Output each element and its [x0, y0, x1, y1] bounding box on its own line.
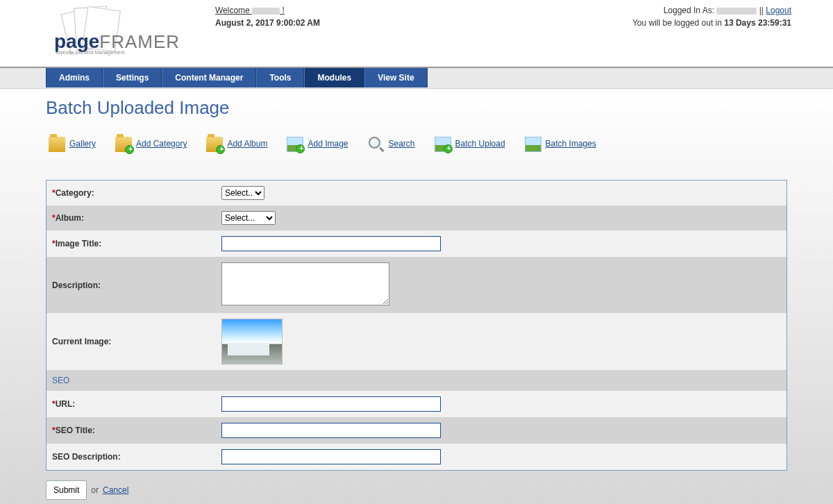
subnav-item-search[interactable]: Search: [368, 136, 415, 151]
login-separator: ||: [757, 6, 766, 15]
navbar-strip: Admins Settings Content Manager Tools Mo…: [0, 68, 833, 89]
subnav-item-gallery[interactable]: Gallery: [49, 135, 96, 152]
label-current-image: Current Image:: [47, 313, 216, 370]
header-datetime: August 2, 2017 9:00:02 AM: [215, 18, 479, 28]
url-input[interactable]: [221, 396, 441, 412]
logged-in-as-user-redacted: [716, 8, 757, 15]
label-seo-title: *SEO Title:: [47, 417, 216, 444]
nav-tab-view-site[interactable]: View Site: [364, 68, 427, 87]
label-url: *URL:: [47, 391, 216, 417]
label-album: *Album:: [47, 205, 216, 230]
subnav-item-add-image[interactable]: + Add Image: [287, 135, 348, 152]
subnav-item-batch-images[interactable]: Batch Images: [525, 135, 596, 152]
label-category: *Category:: [47, 180, 216, 205]
subnav-link-add-category[interactable]: Add Category: [136, 139, 187, 149]
picture-icon: [525, 137, 541, 152]
welcome-prefix: Welcome: [215, 6, 252, 15]
submit-button[interactable]: Submit: [46, 480, 87, 500]
subnav-link-batch-images[interactable]: Batch Images: [546, 139, 596, 149]
picture-plus-icon: +: [435, 137, 451, 152]
label-seo-description: SEO Description:: [47, 444, 216, 470]
logout-link[interactable]: Logout: [766, 6, 791, 15]
cancel-link[interactable]: Cancel: [103, 485, 128, 495]
logged-in-as-label: Logged In As:: [664, 6, 717, 15]
main-nav: Admins Settings Content Manager Tools Mo…: [0, 68, 833, 87]
album-select[interactable]: Select...: [221, 211, 276, 225]
page-title: Batch Uploaded Image: [46, 97, 787, 119]
folder-icon: [49, 137, 65, 152]
logo: pageFRAMER Website Content Management: [42, 4, 215, 62]
logout-warning-prefix: You will be logged out in: [632, 18, 724, 28]
nav-tab-modules[interactable]: Modules: [304, 68, 364, 87]
welcome-text: Welcome !: [215, 6, 479, 15]
form-panel: *Category: Select... *Album: Select... *…: [46, 180, 787, 471]
subnav-item-add-category[interactable]: + Add Category: [115, 135, 187, 152]
seo-title-input[interactable]: [221, 423, 441, 438]
welcome-username-redacted: [252, 8, 280, 15]
nav-tab-settings[interactable]: Settings: [103, 68, 162, 87]
folder-plus-icon: +: [206, 137, 223, 152]
nav-tab-admins[interactable]: Admins: [46, 68, 103, 87]
logout-countdown: 13 Days 23:59:31: [724, 18, 791, 28]
description-textarea[interactable]: [221, 262, 389, 305]
seo-section-heading: SEO: [47, 370, 786, 391]
folder-plus-icon: +: [115, 137, 132, 152]
category-select[interactable]: Select...: [221, 186, 264, 200]
subnav-item-batch-upload[interactable]: + Batch Upload: [435, 135, 505, 152]
welcome-suffix: !: [280, 6, 285, 15]
label-image-title: *Image Title:: [47, 230, 216, 257]
subnav-link-add-image[interactable]: Add Image: [308, 139, 348, 149]
picture-plus-icon: +: [287, 137, 303, 152]
module-subnav: Gallery + Add Category + Add Album + Add…: [46, 135, 787, 152]
image-title-input[interactable]: [221, 236, 441, 251]
or-text: or: [91, 485, 99, 495]
subnav-link-search[interactable]: Search: [389, 139, 415, 149]
seo-description-input[interactable]: [221, 449, 441, 464]
nav-tab-tools[interactable]: Tools: [256, 68, 304, 87]
search-icon: [368, 136, 385, 151]
subnav-item-add-album[interactable]: + Add Album: [206, 135, 267, 152]
label-description: Description:: [47, 257, 216, 313]
nav-tab-content-manager[interactable]: Content Manager: [162, 68, 256, 87]
subnav-link-batch-upload[interactable]: Batch Upload: [455, 139, 505, 149]
logo-text-page: page: [54, 31, 99, 52]
logo-text-framer: FRAMER: [99, 31, 180, 52]
subnav-link-add-album[interactable]: Add Album: [227, 139, 267, 149]
current-image-thumbnail: [221, 319, 283, 364]
login-status: Logged In As: || Logout: [632, 6, 791, 15]
subnav-link-gallery[interactable]: Gallery: [69, 139, 96, 149]
logout-countdown-row: You will be logged out in 13 Days 23:59:…: [632, 18, 791, 28]
